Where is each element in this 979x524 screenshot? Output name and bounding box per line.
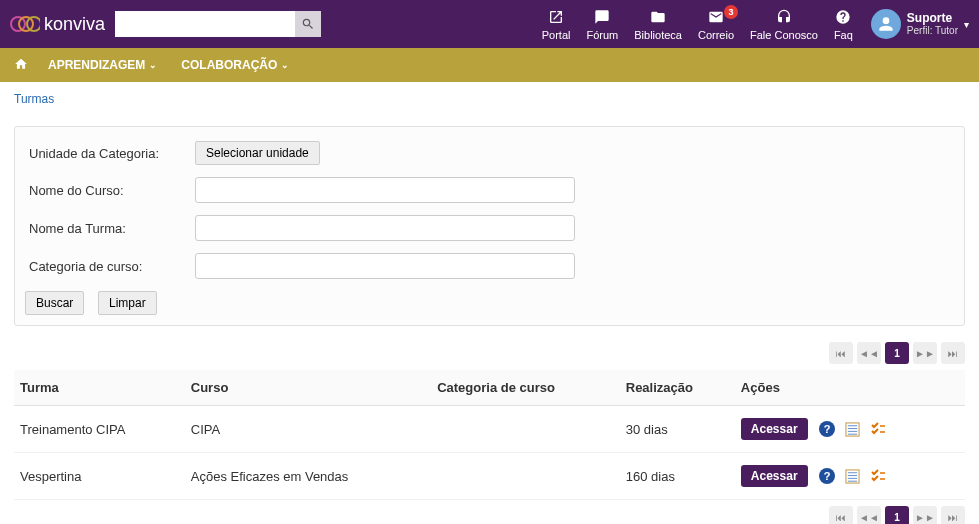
- th-turma: Turma: [14, 370, 185, 406]
- checklist-icon[interactable]: [869, 420, 887, 438]
- breadcrumb[interactable]: Turmas: [0, 82, 979, 116]
- navbar: APRENDIZAGEM ⌄ COLABORAÇÃO ⌄: [0, 48, 979, 82]
- nav-forum[interactable]: Fórum: [578, 7, 626, 41]
- mail-icon: [708, 9, 724, 25]
- nav-forum-label: Fórum: [586, 29, 618, 41]
- user-icon: [876, 14, 896, 34]
- logo-text: konviva: [44, 14, 105, 35]
- cell-curso: Ações Eficazes em Vendas: [185, 453, 431, 500]
- nav-aprendizagem-label: APRENDIZAGEM: [48, 58, 145, 72]
- page-current[interactable]: 1: [885, 506, 909, 524]
- label-unidade: Unidade da Categoria:: [25, 146, 195, 161]
- class-input[interactable]: [195, 215, 575, 241]
- chat-icon: [594, 9, 610, 25]
- label-class: Nome da Turma:: [25, 221, 195, 236]
- search-wrap: [115, 11, 321, 37]
- cell-realizacao: 30 dias: [620, 406, 735, 453]
- correio-badge: 3: [724, 5, 738, 19]
- page-next[interactable]: ►►: [913, 342, 937, 364]
- page-last[interactable]: ⏭: [941, 506, 965, 524]
- course-input[interactable]: [195, 177, 575, 203]
- pagination-top: ⏮ ◄◄ 1 ►► ⏭: [0, 336, 979, 370]
- page-first[interactable]: ⏮: [829, 506, 853, 524]
- headset-icon: [776, 9, 792, 25]
- label-course: Nome do Curso:: [25, 183, 195, 198]
- topbar: konviva Portal Fórum Biblioteca 3 Correi…: [0, 0, 979, 48]
- cell-acoes: Acessar ?: [735, 406, 965, 453]
- page-next[interactable]: ►►: [913, 506, 937, 524]
- search-button[interactable]: [295, 11, 321, 37]
- search-icon: [301, 17, 315, 31]
- cell-acoes: Acessar ?: [735, 453, 965, 500]
- user-name: Suporte: [907, 11, 958, 25]
- clear-filter-button[interactable]: Limpar: [98, 291, 157, 315]
- table-row: Treinamento CIPA CIPA 30 dias Acessar ?: [14, 406, 965, 453]
- category-input[interactable]: [195, 253, 575, 279]
- cell-categoria: [431, 406, 620, 453]
- filter-panel: Unidade da Categoria: Selecionar unidade…: [14, 126, 965, 326]
- nav-faq-label: Faq: [834, 29, 853, 41]
- user-role: Perfil: Tutor: [907, 25, 958, 37]
- th-curso: Curso: [185, 370, 431, 406]
- cell-categoria: [431, 453, 620, 500]
- cell-turma: Treinamento CIPA: [14, 406, 185, 453]
- user-menu[interactable]: Suporte Perfil: Tutor ▾: [871, 9, 969, 39]
- nav-colaboracao[interactable]: COLABORAÇÃO ⌄: [181, 58, 289, 72]
- topnav: Portal Fórum Biblioteca 3 Correio Fale C…: [534, 7, 861, 41]
- breadcrumb-turmas: Turmas: [14, 92, 54, 106]
- nav-colaboracao-label: COLABORAÇÃO: [181, 58, 277, 72]
- page-prev[interactable]: ◄◄: [857, 506, 881, 524]
- th-realizacao: Realização: [620, 370, 735, 406]
- chevron-down-icon: ▾: [964, 19, 969, 30]
- chevron-down-icon: ⌄: [281, 60, 289, 70]
- label-category: Categoria de curso:: [25, 259, 195, 274]
- help-icon[interactable]: ?: [819, 468, 835, 484]
- th-acoes: Ações: [735, 370, 965, 406]
- nav-biblioteca-label: Biblioteca: [634, 29, 682, 41]
- avatar: [871, 9, 901, 39]
- checklist-icon[interactable]: [869, 467, 887, 485]
- search-filter-button[interactable]: Buscar: [25, 291, 84, 315]
- th-categoria: Categoria de curso: [431, 370, 620, 406]
- help-icon[interactable]: ?: [819, 421, 835, 437]
- nav-portal[interactable]: Portal: [534, 7, 579, 41]
- chevron-down-icon: ⌄: [149, 60, 157, 70]
- cell-curso: CIPA: [185, 406, 431, 453]
- user-text: Suporte Perfil: Tutor: [907, 11, 958, 37]
- page-first[interactable]: ⏮: [829, 342, 853, 364]
- list-icon[interactable]: [843, 467, 861, 485]
- cell-realizacao: 160 dias: [620, 453, 735, 500]
- search-input[interactable]: [115, 11, 295, 37]
- home-icon: [14, 57, 28, 71]
- nav-fale-label: Fale Conosco: [750, 29, 818, 41]
- pagination-bottom: ⏮ ◄◄ 1 ►► ⏭: [0, 500, 979, 524]
- select-unit-button[interactable]: Selecionar unidade: [195, 141, 320, 165]
- list-icon[interactable]: [843, 420, 861, 438]
- page-prev[interactable]: ◄◄: [857, 342, 881, 364]
- nav-aprendizagem[interactable]: APRENDIZAGEM ⌄: [48, 58, 157, 72]
- logo-icon: [10, 13, 40, 35]
- nav-correio-label: Correio: [698, 29, 734, 41]
- access-button[interactable]: Acessar: [741, 465, 808, 487]
- table-row: Vespertina Ações Eficazes em Vendas 160 …: [14, 453, 965, 500]
- cell-turma: Vespertina: [14, 453, 185, 500]
- nav-faq[interactable]: Faq: [826, 7, 861, 41]
- question-icon: [835, 9, 851, 25]
- page-last[interactable]: ⏭: [941, 342, 965, 364]
- page-current[interactable]: 1: [885, 342, 909, 364]
- nav-portal-label: Portal: [542, 29, 571, 41]
- logo[interactable]: konviva: [10, 13, 105, 35]
- folder-icon: [650, 9, 666, 25]
- classes-table: Turma Curso Categoria de curso Realizaçã…: [14, 370, 965, 500]
- access-button[interactable]: Acessar: [741, 418, 808, 440]
- nav-biblioteca[interactable]: Biblioteca: [626, 7, 690, 41]
- nav-correio[interactable]: 3 Correio: [690, 7, 742, 41]
- external-link-icon: [548, 9, 564, 25]
- nav-fale[interactable]: Fale Conosco: [742, 7, 826, 41]
- nav-home[interactable]: [14, 57, 28, 74]
